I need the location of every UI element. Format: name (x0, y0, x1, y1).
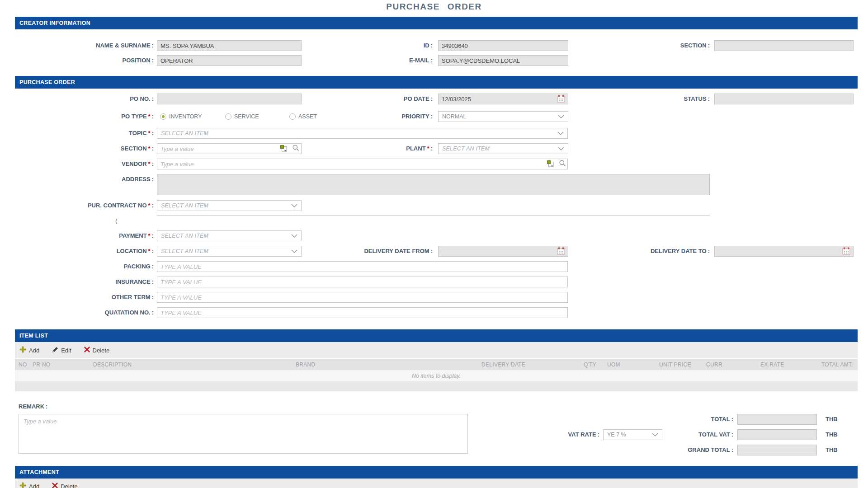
edit-pencil-icon (52, 347, 58, 354)
add-icon (19, 346, 26, 354)
chevron-down-icon (291, 234, 297, 238)
id-label: ID: (316, 40, 433, 51)
calendar-icon[interactable] (557, 95, 565, 103)
total-vat-field (737, 429, 817, 440)
grand-total-label: GRAND TOTAL: (642, 445, 733, 455)
calendar-icon[interactable] (842, 247, 850, 255)
quotation-label: QUATATION NO.: (18, 307, 154, 318)
lookup-grid-icon[interactable] (547, 160, 554, 167)
grand-total-field (737, 445, 817, 455)
lookup-grid-icon[interactable] (280, 145, 287, 152)
delivery-to-field (714, 246, 854, 257)
po-no-field (157, 94, 302, 104)
column-header: NO (19, 361, 33, 368)
po-section-label: SECTION*: (18, 143, 154, 154)
remark-label: REMARK: (19, 401, 47, 412)
radio-option-service[interactable]: SERVICE (225, 113, 259, 120)
contract-label: PUR. CONTRACT NO*: (18, 200, 154, 211)
item-list-section-header: ITEM LIST (15, 329, 858, 342)
status-label: STATUS: (588, 94, 710, 104)
vendor-lookup-input[interactable] (157, 159, 568, 169)
delete-x-icon (84, 347, 90, 354)
chevron-down-icon (291, 249, 297, 253)
priority-select[interactable]: NORMAL (438, 111, 568, 122)
attachment-section-header: ATTACHMENT (15, 466, 858, 479)
delivery-from-label: DELIVERY DATE FROM: (316, 246, 433, 257)
radio-option-asset[interactable]: ASSET (289, 113, 317, 120)
position-label: POSITION: (18, 55, 154, 66)
item-list-toolbar: Add Edit Delete (15, 342, 858, 358)
delete-button[interactable]: Delete (84, 347, 110, 354)
plant-select[interactable]: SELECT AN ITEM (438, 143, 568, 154)
vat-rate-label: VAT RATE: (520, 429, 599, 440)
paren-text: ( (115, 217, 117, 224)
chevron-down-icon (558, 147, 564, 150)
priority-label: PRIORITY: (316, 111, 433, 122)
column-header: PR NO (33, 361, 93, 368)
column-header: BRAND (296, 361, 481, 368)
creator-section-label: SECTION: (588, 40, 710, 51)
delivery-to-label: DELIVERY DATE TO: (588, 246, 710, 257)
item-list-empty-row: No items to display. (15, 370, 858, 381)
search-icon[interactable] (559, 160, 566, 167)
address-field (157, 174, 710, 195)
vendor-label: VENDOR*: (18, 159, 154, 169)
column-header: DELIVERY DATE (481, 361, 584, 368)
creator-section-header: CREATOR INFORMATION (15, 17, 858, 29)
chevron-down-icon (557, 131, 564, 135)
name-surname-label: NAME & SURNAME: (18, 40, 154, 51)
column-header: DESCRIPTION (93, 361, 296, 368)
column-header: Q'TY (584, 361, 607, 368)
address-label: ADDRESS: (18, 174, 154, 185)
radio-service-icon[interactable] (225, 113, 231, 120)
payment-select[interactable]: SELECT AN ITEM (157, 230, 302, 241)
total-label: TOTAL: (642, 414, 733, 425)
item-list-header: NOPR NODESCRIPTIONBRANDDELIVERY DATEQ'TY… (15, 359, 858, 370)
section-divider (157, 216, 710, 216)
po-date-label: PO DATE: (316, 94, 433, 104)
other-term-label: OTHER TERM: (18, 292, 154, 303)
insurance-input[interactable] (157, 277, 568, 287)
column-header: TOTAL AMT. (820, 361, 858, 368)
delete-button[interactable]: Delete (52, 483, 78, 488)
email-label: E-MAIL: (316, 55, 433, 66)
position-field (157, 55, 302, 66)
po-section-header: PURCHASE ORDER (15, 76, 858, 89)
empty-state-text: No items to display. (412, 373, 461, 379)
chevron-down-icon (291, 204, 297, 207)
quotation-input[interactable] (157, 307, 568, 318)
calendar-icon[interactable] (557, 247, 565, 255)
name-surname-field (157, 40, 302, 51)
radio-asset-icon[interactable] (289, 113, 296, 120)
po-no-label: PO NO.: (18, 94, 154, 104)
radio-inventory-icon[interactable] (160, 113, 166, 120)
email-field (438, 55, 568, 66)
search-icon[interactable] (292, 144, 299, 151)
section-lookup-input[interactable] (157, 143, 302, 154)
remark-textarea[interactable] (19, 414, 468, 454)
status-field (714, 94, 854, 104)
column-header: UNIT PRICE (659, 361, 706, 368)
total-vat-label: TOTAL VAT: (642, 429, 733, 440)
edit-button[interactable]: Edit (52, 347, 71, 354)
location-select[interactable]: SELECT AN ITEM (157, 246, 302, 257)
packing-input[interactable] (157, 261, 568, 272)
attachment-toolbar: Add Delete (15, 479, 858, 488)
column-header: UOM (607, 361, 659, 368)
topic-select[interactable]: SELECT AN ITEM (157, 128, 568, 139)
location-label: LOCATION*: (18, 246, 154, 257)
other-term-input[interactable] (157, 292, 568, 303)
po-date-field (438, 94, 568, 104)
currency-label: THB (826, 429, 838, 440)
id-field (438, 40, 568, 51)
add-icon (19, 482, 26, 488)
radio-option-inventory[interactable]: INVENTORY (160, 113, 202, 120)
payment-label: PAYMENT*: (18, 230, 154, 241)
plant-label: PLANT*: (316, 143, 433, 154)
contract-select[interactable]: SELECT AN ITEM (157, 200, 302, 211)
column-header: CURR. (706, 361, 760, 368)
packing-label: PACKING: (18, 261, 154, 272)
column-header: EX.RATE (760, 361, 820, 368)
add-button[interactable]: Add (19, 482, 39, 488)
add-button[interactable]: Add (19, 346, 39, 354)
